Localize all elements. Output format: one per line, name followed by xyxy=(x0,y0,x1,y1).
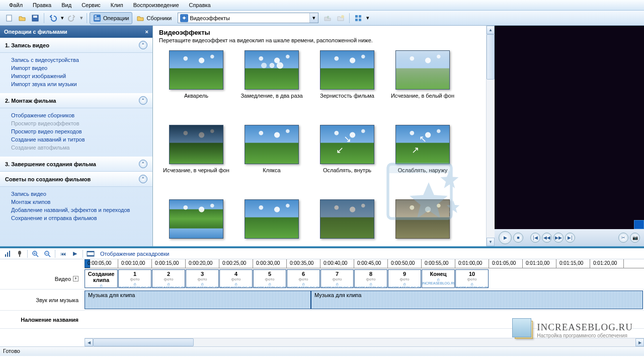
section-header[interactable]: 2. Монтаж фильма˄ xyxy=(0,93,152,108)
menu-правка[interactable]: Правка xyxy=(28,1,56,10)
forward-icon[interactable]: ▶▶ xyxy=(553,233,564,243)
new-icon[interactable] xyxy=(3,12,15,24)
split-icon[interactable]: ✂ xyxy=(618,233,628,243)
audio-clip[interactable]: Музыка для клипа xyxy=(85,291,311,309)
tasks-label: Операции xyxy=(103,15,129,21)
task-link[interactable]: Отображение сборников xyxy=(11,111,152,119)
open-icon[interactable] xyxy=(16,12,28,24)
tasks-button[interactable]: Операции xyxy=(90,12,132,24)
section-header[interactable]: 1. Запись видео˄ xyxy=(0,38,152,53)
menu-воспроизведение[interactable]: Воспроизведение xyxy=(128,1,184,10)
task-link[interactable]: Импорт видео xyxy=(11,64,152,72)
audio-clip[interactable]: Музыка для клипа xyxy=(311,291,643,309)
collections-button[interactable]: Сборники xyxy=(133,12,175,24)
new-folder-icon[interactable] xyxy=(335,12,347,24)
section-header[interactable]: 3. Завершение создания фильма˄ xyxy=(0,157,152,172)
svg-rect-14 xyxy=(5,254,6,257)
timeline-ruler[interactable]: 0:00:05,000:00:10,000:00:15,000:00:20,00… xyxy=(85,259,644,268)
video-clip[interactable]: 6фото⎙ INCREASEBLOG.RU xyxy=(287,269,320,288)
chevron-up-icon[interactable]: ˄ xyxy=(139,41,147,49)
separator xyxy=(87,13,87,23)
effect-item[interactable]: Ослаблять, внутрь xyxy=(312,125,382,199)
chevron-down-icon[interactable]: ▾ xyxy=(309,13,318,23)
effect-item[interactable]: Акварель xyxy=(161,50,231,125)
storyboard-icon[interactable] xyxy=(86,249,95,258)
hscroll-thumb[interactable] xyxy=(93,338,194,346)
rewind-timeline-icon[interactable]: ⏮ xyxy=(58,249,67,258)
rewind-icon[interactable]: ◀◀ xyxy=(542,233,552,243)
video-clip[interactable]: 3фото⎙ INCREASEBLOG.RU xyxy=(186,269,219,288)
video-track-content[interactable]: Создание клипа⎙ INCREASEBLOG.RU1фото⎙ IN… xyxy=(85,268,644,289)
scroll-right-icon[interactable]: ▶ xyxy=(635,338,644,346)
star-icon: ✦ xyxy=(180,14,188,22)
save-icon[interactable] xyxy=(29,12,41,24)
effect-item[interactable]: Ослаблять, наружу xyxy=(387,125,458,199)
effect-item[interactable]: Клякса xyxy=(236,125,307,199)
task-link: Создание автофильма xyxy=(11,144,152,152)
prev-icon[interactable]: |◀ xyxy=(530,233,540,243)
expand-icon[interactable]: + xyxy=(73,276,78,281)
zoom-out-icon[interactable] xyxy=(43,249,52,258)
play-timeline-icon[interactable]: ▶ xyxy=(70,249,79,258)
effect-item[interactable]: Зернистость фильма xyxy=(312,50,382,125)
scroll-up-icon[interactable]: ▲ xyxy=(487,26,495,34)
zoom-in-icon[interactable] xyxy=(31,249,40,258)
task-link[interactable]: Монтаж клипов xyxy=(11,198,152,206)
video-clip[interactable]: 5фото⎙ INCREASEBLOG.RU xyxy=(253,269,286,288)
chevron-up-icon[interactable]: ˄ xyxy=(139,175,147,183)
menu-сервис[interactable]: Сервис xyxy=(76,1,106,10)
video-clip[interactable]: 1фото⎙ INCREASEBLOG.RU xyxy=(118,269,151,288)
title-track-content[interactable] xyxy=(85,311,644,328)
video-clip[interactable]: 4фото⎙ INCREASEBLOG.RU xyxy=(219,269,253,288)
menu-вид[interactable]: Вид xyxy=(56,1,76,10)
chevron-up-icon[interactable]: ˄ xyxy=(139,160,147,168)
section-header[interactable]: Советы по созданию фильмов˄ xyxy=(0,172,152,187)
menu-клип[interactable]: Клип xyxy=(106,1,128,10)
redo-dropdown-icon[interactable]: ▾ xyxy=(79,12,84,24)
menu-справка[interactable]: Справка xyxy=(184,1,216,10)
horizontal-scrollbar[interactable]: ◀ ▶ xyxy=(85,338,644,346)
video-clip[interactable]: 2фото⎙ INCREASEBLOG.RU xyxy=(152,269,185,288)
preview-video[interactable] xyxy=(495,26,644,229)
view-icon[interactable] xyxy=(352,12,364,24)
effect-item[interactable]: Замедление, в два раза xyxy=(236,50,307,125)
video-clip[interactable]: 10фото⎙ INCREASEBLOG.RU xyxy=(455,269,489,288)
close-icon[interactable]: × xyxy=(145,29,148,35)
video-clip[interactable]: 8фото⎙ INCREASEBLOG.RU xyxy=(354,269,387,288)
ruler-tick: 0:00:05,00 xyxy=(88,260,111,266)
undo-icon[interactable] xyxy=(47,12,59,24)
up-level-icon[interactable] xyxy=(321,12,334,24)
scroll-thumb[interactable] xyxy=(487,34,495,80)
menu-файл[interactable]: Файл xyxy=(4,1,28,10)
audio-levels-icon[interactable] xyxy=(3,249,12,258)
video-clip[interactable]: 7фото⎙ INCREASEBLOG.RU xyxy=(320,269,354,288)
task-link[interactable]: Импорт звука или музыки xyxy=(11,80,152,88)
task-link[interactable]: Запись с видеоустройства xyxy=(11,56,152,64)
view-dropdown-icon[interactable]: ▾ xyxy=(365,12,370,24)
redo-icon[interactable] xyxy=(66,12,78,24)
play-icon[interactable]: ▶ xyxy=(499,231,512,244)
video-clip[interactable]: Создание клипа⎙ INCREASEBLOG.RU xyxy=(85,269,118,288)
task-link[interactable]: Просмотр видео переходов xyxy=(11,127,152,135)
effect-item[interactable]: Исчезание, в белый фон xyxy=(387,50,458,125)
snapshot-icon[interactable]: 📷 xyxy=(630,233,640,243)
scroll-down-icon[interactable]: ▼ xyxy=(487,238,495,246)
audio-track-content[interactable]: Музыка для клипа Музыка для клипа xyxy=(85,290,644,310)
task-link[interactable]: Добавление названий, эффектов и переходо… xyxy=(11,206,152,214)
vertical-scrollbar[interactable]: ▲ ▼ xyxy=(486,26,495,246)
video-clip[interactable]: Конец⎙ INCREASEBLOG.RU xyxy=(422,269,455,288)
location-dropdown[interactable]: ✦ Видеоэффекты ▾ xyxy=(178,13,318,23)
task-pane-header: Операции с фильмами × xyxy=(0,26,152,38)
effect-item[interactable]: Исчезание, в черный фон xyxy=(161,125,231,199)
next-icon[interactable]: ▶| xyxy=(565,233,575,243)
narrate-icon[interactable] xyxy=(15,249,24,258)
task-link[interactable]: Создание названий и титров xyxy=(11,135,152,144)
task-link[interactable]: Запись видео xyxy=(11,190,152,198)
scroll-left-icon[interactable]: ◀ xyxy=(85,338,93,346)
task-link[interactable]: Импорт изображений xyxy=(11,72,152,80)
task-link[interactable]: Сохранение и отправка фильмов xyxy=(11,214,152,222)
chevron-up-icon[interactable]: ˄ xyxy=(139,96,147,105)
video-clip[interactable]: 9фото⎙ INCREASEBLOG.RU xyxy=(388,269,421,288)
undo-dropdown-icon[interactable]: ▾ xyxy=(60,12,65,24)
stop-icon[interactable]: ■ xyxy=(513,233,523,243)
